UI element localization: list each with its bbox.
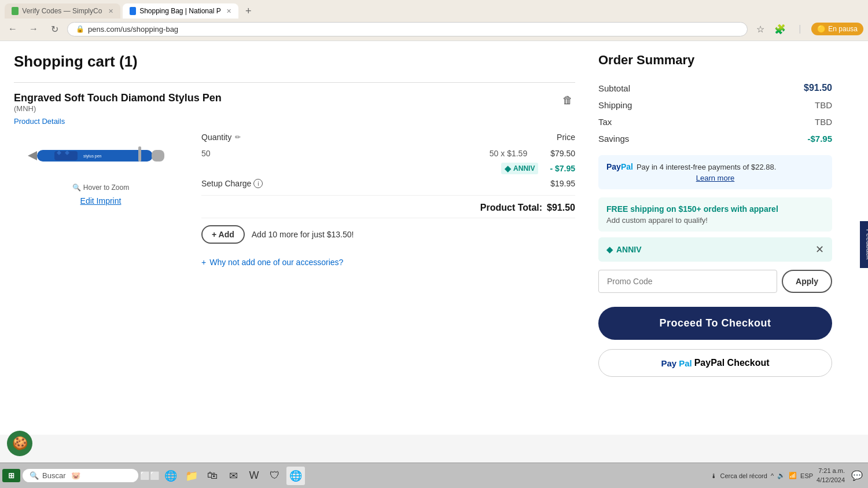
product-header: Engraved Soft Touch Diamond Stylus Pen (…: [14, 92, 575, 126]
svg-marker-3: [28, 151, 37, 160]
accessories-row[interactable]: + Why not add one of our accessories?: [201, 251, 575, 274]
forward-button[interactable]: →: [25, 21, 42, 37]
savings-label: Savings: [598, 134, 629, 144]
delete-product-button[interactable]: 🗑: [560, 92, 575, 109]
savings-value: -$7.95: [807, 134, 832, 144]
learn-more-link[interactable]: Learn more: [606, 174, 824, 182]
tab-verifycodes[interactable]: Verify Codes — SimplyCodes ✕: [5, 3, 120, 19]
add-more-text: Add 10 more for just $13.50!: [252, 230, 354, 239]
quantity-header: Quantity ✏: [201, 133, 241, 142]
info-icon[interactable]: i: [253, 179, 263, 188]
main-area: Shopping cart (1) Engraved Soft Touch Di…: [14, 53, 575, 423]
main-divider: [14, 82, 575, 83]
svg-rect-4: [152, 150, 164, 162]
subtotal-value: $91.50: [804, 83, 832, 93]
coupon-diamond-icon: ◆: [606, 245, 613, 254]
coupon-section: ◆ ANNIV ✕: [598, 237, 832, 262]
browser-actions: ☆ 🧩 | 🟡 En pausa: [752, 21, 863, 37]
subtotal-label: Subtotal: [598, 83, 630, 93]
profile-button[interactable]: 🟡 En pausa: [811, 23, 863, 35]
product-name: Engraved Soft Touch Diamond Stylus Pen: [14, 92, 222, 104]
promo-section: Apply: [598, 270, 832, 293]
star-button[interactable]: ☆: [752, 21, 768, 37]
pricing-area: Quantity ✏ Price 50 50 x $1.59 $79.50: [201, 133, 575, 274]
unit-price: 50 x $1.59: [490, 149, 527, 158]
anniv-diamond-icon: ◆: [505, 164, 511, 173]
free-shipping-section: FREE shipping on $150+ orders with appar…: [598, 197, 832, 232]
tab-favicon-green: [12, 7, 19, 15]
anniv-badge: ◆ ANNIV: [501, 163, 538, 174]
coupon-close-button[interactable]: ✕: [815, 243, 824, 256]
feedback-tab[interactable]: Feedback: [860, 221, 868, 267]
paypal-checkout-button[interactable]: PayPal PayPal Checkout: [598, 349, 832, 377]
product-total-row: Product Total: $91.50: [201, 195, 575, 218]
quantity-value: 50: [201, 149, 211, 158]
page-title: Shopping cart (1): [14, 53, 575, 71]
tab-verifycodes-label: Verify Codes — SimplyCodes: [22, 7, 102, 15]
edit-imprint-link[interactable]: Edit Imprint: [80, 196, 122, 206]
plus-icon: +: [201, 258, 206, 267]
tax-label: Tax: [598, 117, 612, 127]
tax-line: Tax TBD: [598, 113, 832, 130]
apply-button[interactable]: Apply: [782, 270, 832, 293]
svg-text:stylus pen: stylus pen: [83, 154, 102, 159]
accessories-text: Why not add one of our accessories?: [209, 258, 343, 267]
address-bar[interactable]: 🔒 pens.com/us/shopping-bag: [67, 22, 748, 36]
tax-value: TBD: [815, 117, 832, 127]
quantity-label: Quantity: [201, 133, 231, 142]
product-total-value: $91.50: [547, 203, 575, 213]
hover-zoom-label: Hover to Zoom: [83, 184, 129, 192]
price-row-qty: 50 50 x $1.59 $79.50: [201, 146, 575, 160]
tab-close-2[interactable]: ✕: [226, 8, 231, 15]
tab-shoppingbag-label: Shopping Bag | National Pen U...: [139, 7, 220, 15]
free-shipping-sub: Add custom apparel to qualify!: [606, 216, 824, 225]
anniv-label: ANNIV: [513, 164, 535, 173]
promo-input[interactable]: [598, 270, 777, 293]
new-tab-button[interactable]: +: [241, 5, 256, 17]
refresh-button[interactable]: ↻: [46, 21, 62, 37]
product-details-link[interactable]: Product Details: [14, 117, 65, 126]
browser-chrome: Verify Codes — SimplyCodes ✕ Shopping Ba…: [0, 0, 868, 41]
tab-shoppingbag[interactable]: Shopping Bag | National Pen U... ✕: [123, 3, 238, 19]
lock-icon: 🔒: [76, 25, 84, 33]
add-more-section: + Add Add 10 more for just $13.50!: [201, 218, 575, 251]
edit-quantity-icon[interactable]: ✏: [235, 133, 241, 141]
setup-charge-label: Setup Charge: [201, 179, 251, 188]
profile-label: En pausa: [828, 25, 858, 33]
profile-icon: 🟡: [817, 25, 826, 33]
anniv-savings: - $7.95: [550, 164, 575, 173]
back-button[interactable]: ←: [5, 21, 21, 37]
product-image-area: stylus pen 🔍 Hover to Zoom Edit Imprint: [14, 133, 187, 274]
setup-charge-row: Setup Charge i $19.95: [201, 177, 575, 190]
paypal-text: Pay in 4 interest-free payments of $22.8…: [637, 163, 776, 171]
summary-title: Order Summary: [598, 53, 832, 68]
paypal-checkout-logo2: Pal: [679, 358, 692, 368]
shipping-line: Shipping TBD: [598, 97, 832, 113]
paypal-row: PayPal Pay in 4 interest-free payments o…: [606, 162, 824, 171]
divider-btn: |: [792, 21, 808, 37]
product-body: stylus pen 🔍 Hover to Zoom Edit Imprint: [14, 133, 575, 274]
paypal-checkout-label: PayPal Checkout: [694, 358, 770, 368]
pricing-header: Quantity ✏ Price: [201, 133, 575, 142]
setup-charge-amount: $19.95: [550, 179, 575, 188]
tab-close-1[interactable]: ✕: [108, 8, 113, 15]
hover-zoom-text: 🔍 Hover to Zoom: [72, 184, 129, 192]
free-shipping-title: FREE shipping on $150+ orders with appar…: [606, 204, 824, 214]
price-header: Price: [557, 133, 575, 142]
paypal-section: PayPal Pay in 4 interest-free payments o…: [598, 155, 832, 189]
price-row-anniv: ◆ ANNIV - $7.95: [201, 160, 575, 177]
svg-rect-2: [138, 146, 141, 162]
add-more-button[interactable]: + Add: [201, 225, 245, 244]
browser-controls: ← → ↻ 🔒 pens.com/us/shopping-bag ☆ 🧩 | 🟡…: [0, 19, 868, 41]
tab-favicon-blue: [130, 7, 136, 15]
checkout-button[interactable]: Proceed To Checkout: [598, 307, 832, 340]
coupon-label: ◆ ANNIV: [606, 245, 642, 254]
extensions-button[interactable]: 🧩: [772, 21, 788, 37]
page-content: Shopping cart (1) Engraved Soft Touch Di…: [0, 41, 868, 435]
url-text: pens.com/us/shopping-bag: [88, 25, 178, 34]
feedback-label: Feedback: [865, 229, 868, 259]
savings-line: Savings -$7.95: [598, 130, 832, 147]
coupon-code: ANNIV: [616, 245, 642, 254]
product-total-label: Product Total:: [480, 203, 542, 213]
price-amount: $79.50: [550, 149, 575, 158]
